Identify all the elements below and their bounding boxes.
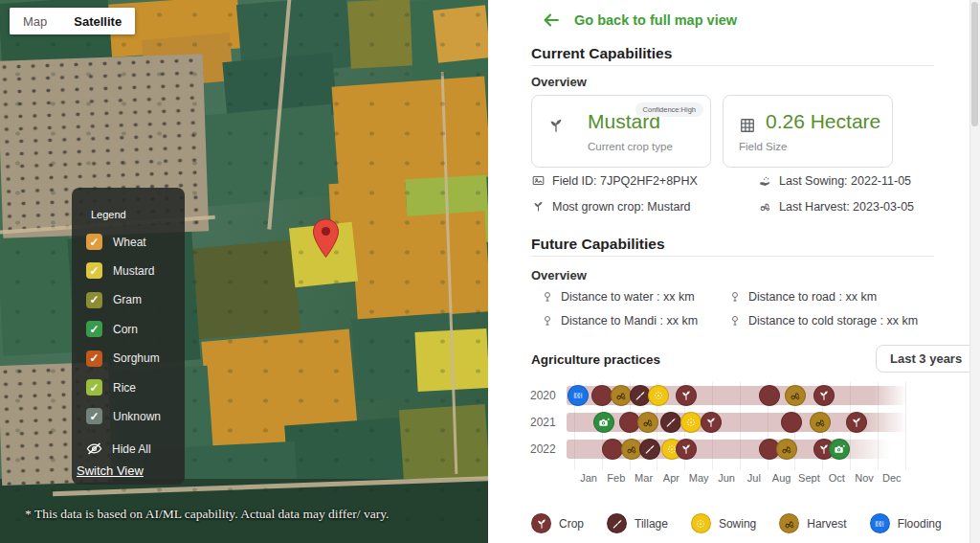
satellite-view-button[interactable]: Satellite <box>60 8 135 34</box>
practices-legend: CropTillageSowingHarvestFlooding <box>531 513 942 533</box>
hide-all-button[interactable]: Hide All <box>85 440 151 458</box>
detail-row: Most grown crop: Mustard <box>531 199 758 214</box>
field-size-value: 0.26 Hectare <box>766 110 880 133</box>
field-overlay <box>351 211 488 321</box>
scrollbar[interactable] <box>969 0 980 543</box>
legend-item-label: Rice <box>113 381 136 395</box>
distance-text: Distance to water : xx km <box>561 290 695 304</box>
distance-row: Distance to road : xx km <box>728 290 947 304</box>
divider <box>531 256 934 257</box>
legend-item-rice[interactable]: ✓Rice <box>86 379 136 396</box>
location-pin-icon <box>541 314 554 328</box>
field-overlay <box>347 0 413 69</box>
crop-event-icon <box>813 385 835 406</box>
map-legend-panel: Legend ✓Wheat✓Mustard✓Gram✓Corn✓Sorghum✓… <box>72 188 185 485</box>
map-pin-icon[interactable] <box>312 218 340 259</box>
back-link-label: Go back to full map view <box>574 12 737 28</box>
month-label: Dec <box>875 472 909 484</box>
crop-plain-event-icon <box>602 439 623 460</box>
map-type-control: Map Satellite <box>10 8 135 34</box>
location-pin-icon <box>728 314 742 328</box>
practice-legend-label: Tillage <box>635 517 668 531</box>
years-filter-dropdown[interactable]: Last 3 years <box>876 345 980 373</box>
tillage-event-icon <box>660 412 681 433</box>
id-card-icon <box>531 173 546 188</box>
crop-icon <box>531 513 551 533</box>
harvest-icon <box>779 513 799 533</box>
scrollbar-thumb[interactable] <box>971 2 978 126</box>
practice-legend-label: Crop <box>559 517 584 531</box>
current-capabilities-title: Current Capabilities <box>531 45 672 62</box>
legend-item-sorghum[interactable]: ✓Sorghum <box>86 351 160 367</box>
sow-hand-icon <box>758 173 772 188</box>
harvest-event-icon <box>776 439 797 460</box>
year-label: 2022 <box>530 442 563 456</box>
distance-row: Distance to Mandi : xx km <box>541 314 728 328</box>
harvest-event-icon <box>611 385 632 406</box>
field-overlay <box>188 239 301 339</box>
back-arrow-icon <box>541 10 562 31</box>
detail-text: Last Sowing: 2022-11-05 <box>779 174 911 188</box>
hide-all-label: Hide All <box>112 442 151 456</box>
confidence-badge: Confidence:High <box>635 102 703 117</box>
checkbox-checked-icon[interactable]: ✓ <box>86 408 102 424</box>
map-canvas[interactable]: Map Satellite Legend ✓Wheat✓Mustard✓Gram… <box>0 0 488 543</box>
checkbox-checked-icon[interactable]: ✓ <box>86 351 102 367</box>
legend-item-unknown[interactable]: ✓Unknown <box>86 408 161 424</box>
legend-item-gram[interactable]: ✓Gram <box>86 292 142 308</box>
field-size-card: 0.26 Hectare Field Size <box>723 95 893 168</box>
legend-item-corn[interactable]: ✓Corn <box>86 321 138 337</box>
legend-title: Legend <box>91 209 126 220</box>
divider <box>531 65 934 66</box>
legend-item-label: Gram <box>113 293 142 306</box>
app-window: Map Satellite Legend ✓Wheat✓Mustard✓Gram… <box>0 0 980 543</box>
detail-row: Field ID: 7JPQ2HF2+8PHX <box>531 173 758 188</box>
map-disclaimer-text: * This data is based on AI/ML capability… <box>25 507 486 522</box>
checkbox-checked-icon[interactable]: ✓ <box>86 321 102 337</box>
legend-item-label: Wheat <box>113 236 146 249</box>
future-overview-label: Overview <box>531 268 587 283</box>
practice-legend-flooding: Flooding <box>870 513 942 533</box>
checkbox-checked-icon[interactable]: ✓ <box>86 379 102 396</box>
location-pin-icon <box>728 290 742 304</box>
year-label: 2021 <box>530 416 563 429</box>
field-size-caption: Field Size <box>739 141 788 152</box>
legend-item-wheat[interactable]: ✓Wheat <box>86 234 146 250</box>
practice-legend-sowing: Sowing <box>691 513 756 533</box>
distance-row: Distance to cold storage : xx km <box>728 314 947 328</box>
field-details-panel: Go back to full map view Current Capabil… <box>488 0 980 543</box>
practice-legend-label: Harvest <box>807 517 846 531</box>
eye-off-icon <box>85 440 103 458</box>
checkbox-checked-icon[interactable]: ✓ <box>86 234 102 250</box>
practice-legend-crop: Crop <box>531 513 584 533</box>
years-filter-value: Last 3 years <box>890 351 962 366</box>
flooding-icon <box>870 513 890 533</box>
checkbox-checked-icon[interactable]: ✓ <box>86 262 102 279</box>
crop-event-icon <box>676 439 697 460</box>
map-view-button[interactable]: Map <box>10 8 60 34</box>
legend-item-mustard[interactable]: ✓Mustard <box>86 262 154 279</box>
tractor-icon <box>758 199 772 214</box>
practice-legend-harvest: Harvest <box>779 513 846 533</box>
sowing-event-icon <box>680 412 702 433</box>
back-link[interactable]: Go back to full map view <box>541 10 737 31</box>
tillage-icon <box>607 513 627 533</box>
checkbox-checked-icon[interactable]: ✓ <box>86 292 102 308</box>
plant-icon <box>531 199 546 214</box>
year-label: 2020 <box>530 389 563 402</box>
location-pin-icon <box>541 290 554 304</box>
practices-timeline: 202020212022JanFebMarAprMayJunJulAugSept… <box>488 378 980 512</box>
legend-item-label: Mustard <box>113 264 154 278</box>
grid-icon <box>738 116 757 135</box>
distance-text: Distance to cold storage : xx km <box>748 314 918 328</box>
practice-legend-tillage: Tillage <box>607 513 668 533</box>
switch-view-link[interactable]: Switch View <box>77 464 144 478</box>
camera-event-icon <box>593 412 614 433</box>
agriculture-practices-title: Agriculture practices <box>531 352 660 367</box>
sowing-event-icon <box>648 385 669 406</box>
distance-text: Distance to road : xx km <box>748 290 877 304</box>
practice-legend-label: Sowing <box>719 517 756 531</box>
legend-item-label: Unknown <box>113 410 161 423</box>
detail-text: Field ID: 7JPQ2HF2+8PHX <box>552 174 698 188</box>
crop-plain-event-icon <box>781 412 802 433</box>
